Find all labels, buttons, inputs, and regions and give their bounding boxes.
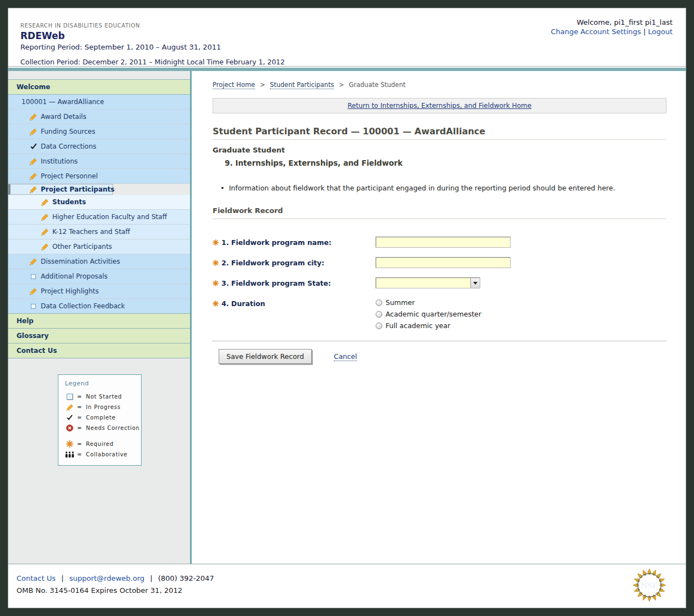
- sidebar-item-k12-teachers-staff[interactable]: K-12 Teachers and Staff: [8, 225, 190, 239]
- welcome-text: Welcome, pi1_first pi1_last: [551, 18, 673, 26]
- form-row-program-city: 2. Fieldwork program city:: [213, 257, 666, 268]
- nsf-logo-text: NSF: [641, 581, 658, 590]
- pencil-icon: [29, 128, 37, 136]
- sidebar-item-funding-sources[interactable]: Funding Sources: [8, 124, 190, 139]
- required-star-icon: [213, 300, 219, 306]
- fieldwork-program-city-input[interactable]: [376, 257, 511, 268]
- save-fieldwork-record-button[interactable]: Save Fieldwork Record: [219, 349, 312, 364]
- breadcrumb-current: Graduate Student: [349, 81, 405, 89]
- page-title: Student Participant Record — 100001 — Aw…: [213, 126, 666, 140]
- legend-item-not-started: = Not Started: [58, 391, 141, 402]
- not-started-square-icon: [29, 302, 37, 310]
- sidebar-item-award-100001[interactable]: 100001 — AwardAlliance: [8, 95, 190, 110]
- legend-item-complete: = Complete: [58, 412, 141, 423]
- field-label: 1. Fieldwork program name:: [213, 237, 376, 247]
- pencil-icon: [29, 186, 37, 194]
- sidebar-item-welcome[interactable]: Welcome: [8, 80, 190, 95]
- radio-button[interactable]: [376, 323, 382, 329]
- duration-option-summer[interactable]: Summer: [376, 298, 481, 307]
- sidebar-item-project-highlights[interactable]: Project Highlights: [8, 284, 190, 299]
- sidebar-item-students[interactable]: Students: [8, 195, 190, 210]
- required-star-icon: [213, 280, 219, 286]
- account-area: Welcome, pi1_first pi1_last Change Accou…: [551, 18, 673, 36]
- collection-period: Collection Period: December 2, 2011 – Mi…: [20, 58, 673, 66]
- check-icon: [65, 414, 74, 421]
- info-note: • Information about fieldwork that the p…: [220, 184, 666, 192]
- footer-email-link[interactable]: support@rdeweb.org: [69, 574, 145, 582]
- breadcrumb-student-participants-link[interactable]: Student Participants: [270, 81, 334, 89]
- reporting-period: Reporting Period: September 1, 2010 – Au…: [20, 43, 673, 51]
- chevron-down-icon: [473, 282, 478, 285]
- sidebar-item-project-participants[interactable]: Project Participants: [8, 184, 113, 195]
- pencil-icon: [29, 287, 37, 296]
- radio-button[interactable]: [376, 299, 382, 306]
- not-started-square-icon: [65, 394, 74, 400]
- fieldwork-program-state-select[interactable]: [376, 277, 480, 288]
- radio-button[interactable]: [376, 311, 382, 318]
- sidebar-item-other-participants[interactable]: Other Participants: [8, 239, 190, 254]
- form-row-program-name: 1. Fieldwork program name:: [213, 237, 666, 248]
- sidebar: Welcome 100001 — AwardAlliance Award Det…: [8, 71, 192, 564]
- check-icon: [29, 143, 37, 151]
- change-account-settings-link[interactable]: Change Account Settings: [551, 28, 641, 36]
- form-row-duration: 4. Duration Summer Academic quarter/seme…: [213, 298, 666, 330]
- footer-phone: (800) 392-2047: [158, 574, 214, 582]
- legend-item-in-progress: = In Progress: [58, 402, 141, 412]
- sidebar-item-dissemination-activities[interactable]: Dissemination Activities: [8, 254, 190, 269]
- fieldwork-program-name-input[interactable]: [376, 237, 511, 248]
- sidebar-item-help[interactable]: Help: [8, 314, 190, 329]
- required-star-icon: [65, 440, 74, 448]
- people-icon: [65, 451, 74, 458]
- footer-contact-us-link[interactable]: Contact Us: [17, 574, 56, 582]
- pencil-icon: [29, 258, 37, 266]
- legend-item-collaborative: = Collaborative: [58, 449, 141, 460]
- pencil-icon: [41, 198, 49, 206]
- sidebar-item-institutions[interactable]: Institutions: [8, 154, 190, 169]
- sidebar-item-project-personnel[interactable]: Project Personnel: [8, 169, 190, 184]
- error-icon: [65, 424, 74, 432]
- sidebar-item-award-details[interactable]: Award Details: [8, 110, 190, 124]
- footer-contact-line: Contact Us | support@rdeweb.org | (800) …: [17, 574, 673, 582]
- pencil-icon: [41, 228, 49, 236]
- links-separator: |: [643, 28, 646, 36]
- legend-item-required: = Required: [58, 439, 141, 449]
- form-actions: Save Fieldwork Record Cancel: [219, 349, 666, 364]
- breadcrumb-project-home-link[interactable]: Project Home: [213, 81, 255, 89]
- pencil-icon: [41, 243, 49, 251]
- nsf-logo: NSF: [633, 569, 666, 602]
- form-row-program-state: 3. Fieldwork program State:: [213, 277, 666, 288]
- field-label: 3. Fieldwork program State:: [213, 277, 376, 287]
- sidebar-item-higher-ed-faculty-staff[interactable]: Higher Education Faculty and Staff: [8, 210, 190, 225]
- cancel-link[interactable]: Cancel: [334, 352, 357, 361]
- form-divider: [213, 341, 666, 341]
- select-value: [376, 278, 470, 288]
- sidebar-item-glossary[interactable]: Glossary: [8, 329, 190, 344]
- not-started-square-icon: [29, 272, 37, 281]
- section-title: 9. Internships, Externships, and Fieldwo…: [225, 159, 666, 167]
- footer-omb-line: OMB No. 3145-0164 Expires October 31, 20…: [17, 586, 673, 595]
- legend: Legend = Not Started = In Progress =: [58, 374, 142, 466]
- sidebar-item-data-collection-feedback[interactable]: Data Collection Feedback: [8, 299, 190, 314]
- sidebar-item-data-corrections[interactable]: Data Corrections: [8, 139, 190, 154]
- legend-item-needs-correction: = Needs Correction: [58, 423, 141, 433]
- sidebar-nav: Welcome 100001 — AwardAlliance Award Det…: [8, 79, 190, 358]
- required-star-icon: [213, 239, 219, 245]
- form-heading: Fieldwork Record: [213, 206, 666, 219]
- breadcrumb: Project Home > Student Participants > Gr…: [213, 81, 666, 89]
- main-content: Project Home > Student Participants > Gr…: [192, 71, 686, 564]
- logout-link[interactable]: Logout: [648, 28, 673, 36]
- field-label: 2. Fieldwork program city:: [213, 257, 376, 267]
- desktop-background: RESEARCH IN DISABILITIES EDUCATION RDEWe…: [0, 0, 694, 616]
- return-home-link[interactable]: Return to Internships, Externships, and …: [348, 102, 532, 110]
- select-dropdown-button[interactable]: [470, 278, 480, 288]
- app-window: RESEARCH IN DISABILITIES EDUCATION RDEWe…: [8, 8, 686, 608]
- required-star-icon: [213, 259, 219, 265]
- pencil-icon: [65, 404, 74, 411]
- duration-option-academic-quarter[interactable]: Academic quarter/semester: [376, 310, 481, 318]
- sidebar-item-contact-us[interactable]: Contact Us: [8, 344, 190, 358]
- pencil-icon: [29, 172, 37, 181]
- field-label: 4. Duration: [213, 298, 376, 308]
- duration-option-full-year[interactable]: Full academic year: [376, 321, 481, 330]
- sidebar-item-additional-proposals[interactable]: Additional Proposals: [8, 269, 190, 284]
- app-header: RESEARCH IN DISABILITIES EDUCATION RDEWe…: [8, 8, 686, 67]
